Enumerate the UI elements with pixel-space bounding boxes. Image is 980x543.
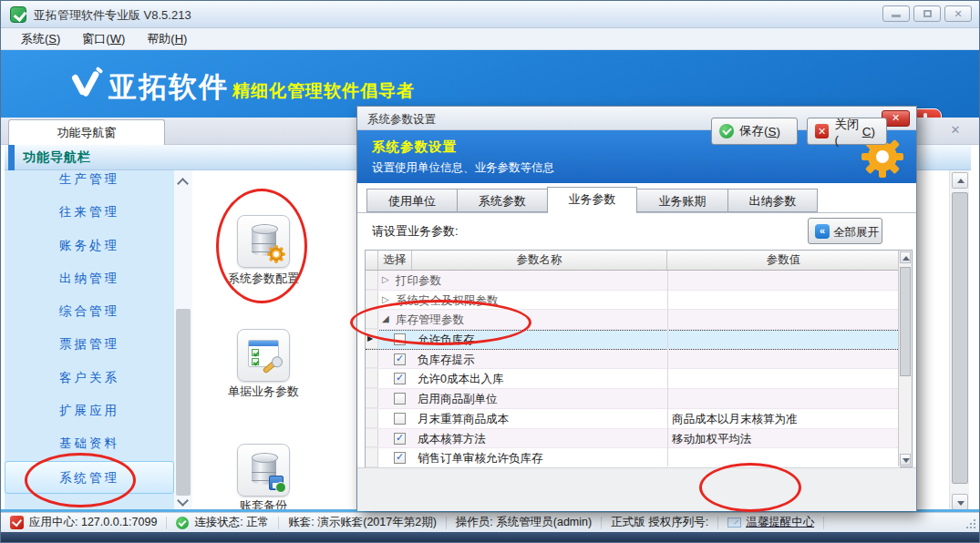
expand-all-button[interactable]: « 全部展开 (808, 218, 882, 244)
table-row[interactable]: 负库存提示 (366, 350, 900, 370)
dialog-tab[interactable]: 业务参数 (547, 187, 637, 213)
param-name: 打印参数 (396, 273, 441, 289)
col-select: 选择 (378, 251, 412, 270)
dialog-header-subtitle: 设置使用单位信息、业务参数等信息 (372, 160, 554, 176)
param-name: 负库存提示 (418, 353, 475, 368)
dialog-footer (357, 467, 916, 511)
sidebar-scroll-thumb[interactable] (176, 309, 191, 496)
status-reminder[interactable]: 温馨提醒中心 (718, 517, 824, 529)
table-header: 选择 参数名称 参数值 (366, 251, 900, 271)
scroll-up-icon[interactable] (177, 178, 189, 190)
sidebar-item[interactable]: 票据管理 (5, 328, 174, 361)
row-checkbox[interactable] (394, 373, 406, 384)
close-x-icon (815, 124, 829, 138)
expand-triangle-icon[interactable] (382, 274, 389, 284)
resize-grip[interactable] (965, 518, 976, 529)
table-row[interactable]: 启用商品副单位 (366, 389, 900, 409)
connection-ok-icon (176, 517, 189, 529)
param-value: 移动加权平均法 (672, 432, 752, 447)
close-button[interactable]: ✕ (944, 5, 972, 22)
brand-name: 亚拓软件 (108, 68, 229, 107)
maximize-button[interactable] (913, 5, 941, 22)
app-window: 亚拓管理软件专业版 V8.5.213 ✕ 系统(S)窗口(W)帮助(H) 亚拓软… (0, 0, 980, 543)
annotation-circle-inventory-param (350, 300, 531, 345)
param-name: 销售订单审核允许负库存 (418, 451, 543, 466)
annotation-circle-save (699, 463, 801, 512)
params-prompt: 请设置业务参数: (372, 223, 459, 240)
menu-item[interactable]: 窗口(W) (71, 28, 136, 49)
save-check-icon (719, 124, 734, 138)
table-row[interactable]: 允许0成本出入库 (366, 369, 900, 389)
menu-item[interactable]: 帮助(H) (136, 28, 198, 49)
annotation-circle-system-params (216, 189, 307, 303)
row-indicator (366, 350, 378, 369)
sidebar-item[interactable]: 生产管理 (5, 170, 174, 196)
table-row[interactable]: 月末重算商品成本 商品成本以月末核算为准 (366, 409, 900, 429)
row-indicator (366, 429, 378, 448)
sidebar-item[interactable]: 出纳管理 (5, 262, 174, 295)
row-checkbox[interactable] (394, 413, 406, 425)
wrench-icon (263, 357, 282, 374)
table-scrollbar[interactable] (898, 251, 912, 466)
sidebar-item[interactable]: 综合管理 (5, 295, 174, 328)
sidebar-item[interactable]: 扩展应用 (5, 394, 174, 427)
app-center-icon (10, 516, 24, 529)
dialog-tab[interactable]: 系统参数 (457, 189, 547, 212)
param-name: 成本核算方法 (418, 432, 486, 447)
row-indicator (366, 409, 378, 428)
sidebar-scrollbar[interactable] (174, 170, 192, 512)
panel-title: 功能导航栏 (23, 149, 91, 166)
table-scroll-thumb[interactable] (900, 267, 911, 376)
row-indicator (366, 389, 378, 408)
shortcut-label[interactable]: 单据业务参数 (200, 384, 327, 400)
floppy-disk-icon (269, 476, 284, 490)
scroll-down-icon[interactable] (900, 454, 911, 466)
dialog-tabs: 使用单位系统参数业务参数业务账期出纳参数 (366, 187, 818, 213)
save-button[interactable]: 保存(S) (711, 118, 798, 145)
app-logo-icon (10, 6, 26, 23)
scroll-down-icon[interactable] (177, 495, 189, 507)
doc-params-shortcut[interactable] (237, 329, 290, 382)
scroll-up-icon[interactable] (952, 172, 968, 189)
menu-item[interactable]: 系统(S) (10, 28, 71, 49)
statusbar: 应用中心: 127.0.0.1:7099 连接状态: 正常 账套: 演示账套(2… (1, 512, 979, 532)
dialog-header-title: 系统参数设置 (372, 138, 457, 156)
row-checkbox[interactable] (394, 353, 406, 365)
expand-triangle-icon[interactable] (382, 294, 389, 304)
row-checkbox[interactable] (394, 433, 406, 445)
minimize-button[interactable] (882, 5, 910, 22)
collapse-all-icon: « (815, 224, 830, 239)
sidebar-item[interactable]: 往来管理 (5, 196, 174, 229)
table-row[interactable]: 成本核算方法 移动加权平均法 (366, 429, 900, 449)
params-table: 选择 参数名称 参数值 打印参数 系统安全及权限参数 (365, 250, 913, 467)
table-row[interactable]: 打印参数 (366, 271, 900, 291)
titlebar: 亚拓管理软件专业版 V8.5.213 ✕ (1, 1, 979, 28)
dialog-tab[interactable]: 使用单位 (366, 189, 457, 212)
row-indicator (366, 369, 378, 388)
row-checkbox[interactable] (394, 452, 406, 464)
status-app-center: 应用中心: 127.0.0.1:7099 (1, 517, 167, 529)
main-scrollbar[interactable] (949, 170, 969, 512)
menubar: 系统(S)窗口(W)帮助(H) (1, 28, 979, 50)
brand-slogan: 精细化管理软件倡导者 (232, 79, 415, 103)
sidebar-item[interactable]: 客户关系 (5, 362, 174, 394)
window-title: 亚拓管理软件专业版 V8.5.213 (34, 7, 191, 24)
col-param-name: 参数名称 (412, 251, 667, 270)
dialog-tab[interactable]: 业务账期 (637, 189, 727, 212)
dialog-tab[interactable]: 出纳参数 (727, 189, 818, 212)
table-row[interactable]: 销售订单审核允许负库存 (366, 448, 900, 468)
close-dialog-button[interactable]: 关闭(C) (807, 118, 887, 145)
tab-close-icon[interactable]: ✕ (948, 123, 963, 138)
col-param-value: 参数值 (667, 251, 900, 270)
row-checkbox[interactable] (394, 393, 406, 405)
row-indicator (366, 448, 378, 467)
tab-nav-window[interactable]: 功能导航窗 (8, 119, 165, 145)
sidebar-item[interactable]: 账务处理 (5, 230, 174, 262)
scroll-up-icon[interactable] (900, 251, 911, 263)
param-value: 商品成本以月末核算为准 (672, 412, 798, 427)
dialog-title: 系统参数设置 (367, 112, 436, 128)
backup-shortcut[interactable] (237, 444, 290, 497)
window-bottom-frame (1, 532, 979, 543)
main-scroll-thumb[interactable] (952, 192, 968, 484)
scroll-down-icon[interactable] (952, 494, 968, 510)
